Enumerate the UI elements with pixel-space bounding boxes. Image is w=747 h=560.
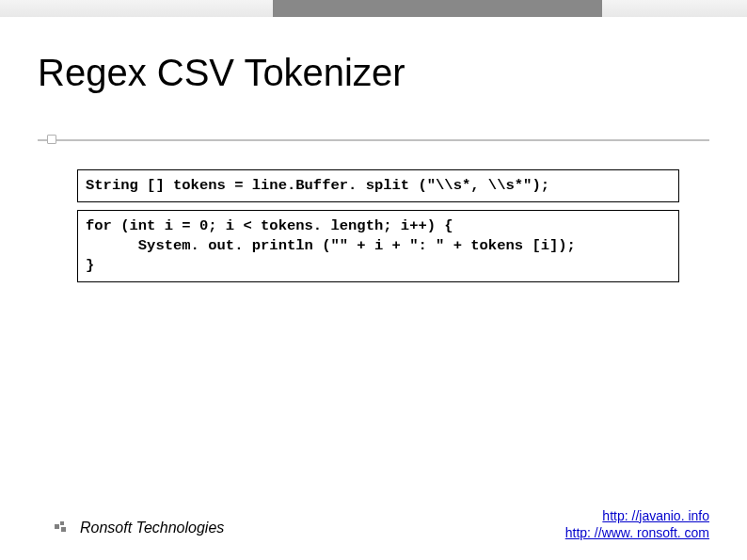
title-rule-dot bbox=[47, 135, 56, 144]
code-line: System. out. println ("" + i + ": " + to… bbox=[86, 237, 576, 254]
footer-link-ronsoft[interactable]: http: //www. ronsoft. com bbox=[565, 525, 709, 540]
slide-title: Regex CSV Tokenizer bbox=[38, 52, 405, 94]
code-line: String [] tokens = line.Buffer. split ("… bbox=[86, 177, 549, 194]
code-line: } bbox=[86, 257, 94, 274]
code-line: for (int i = 0; i < tokens. length; i++)… bbox=[86, 217, 453, 234]
code-block-2: for (int i = 0; i < tokens. length; i++)… bbox=[77, 210, 679, 282]
title-rule bbox=[38, 139, 709, 141]
footer-company: Ronsoft Technologies bbox=[80, 520, 224, 536]
footer-bullet-icon bbox=[55, 521, 70, 533]
top-center-strip bbox=[273, 0, 602, 17]
code-block-1: String [] tokens = line.Buffer. split ("… bbox=[77, 169, 679, 202]
footer-links: http: //javanio. info http: //www. ronso… bbox=[565, 507, 709, 541]
footer-link-javanio[interactable]: http: //javanio. info bbox=[602, 508, 709, 523]
